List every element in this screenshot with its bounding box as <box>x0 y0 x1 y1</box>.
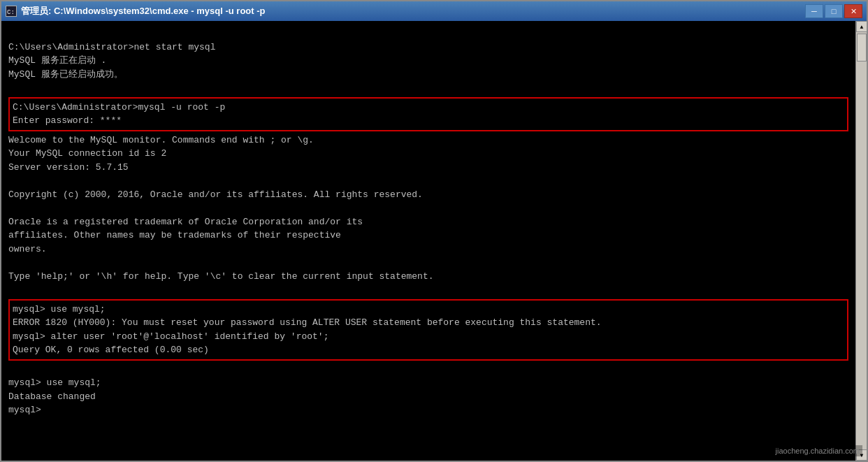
terminal-line: MySQL 服务已经启动成功。 <box>8 68 848 82</box>
terminal-line: mysql> use mysql; <box>13 303 844 317</box>
title-bar: C: 管理员: C:\Windows\system32\cmd.exe - my… <box>1 1 867 21</box>
terminal-empty-line <box>8 201 848 215</box>
cmd-window: C: 管理员: C:\Windows\system32\cmd.exe - my… <box>0 0 868 462</box>
svg-text:C:: C: <box>7 9 15 16</box>
terminal-line: Oracle is a registered trademark of Orac… <box>8 215 848 229</box>
terminal-line: affiliates. Other names may be trademark… <box>8 229 848 243</box>
scroll-up-arrow[interactable]: ▲ <box>856 21 867 32</box>
terminal-empty-line <box>8 174 848 188</box>
scroll-track[interactable] <box>856 32 867 449</box>
error-block: mysql> use mysql;ERROR 1820 (HY000): You… <box>8 299 848 361</box>
minimize-button[interactable]: ─ <box>805 4 823 18</box>
window-controls: ─ □ ✕ <box>805 4 862 18</box>
terminal-empty-line <box>8 81 848 95</box>
watermark: jiaocheng.chazidian.com <box>773 445 862 456</box>
terminal-line: C:\Users\Administrator>net start mysql <box>8 41 848 55</box>
terminal-content[interactable]: C:\Users\Administrator>net start mysqlMy… <box>1 21 855 461</box>
cmd-icon: C: <box>6 6 17 17</box>
terminal-empty-line <box>8 27 848 41</box>
terminal-line: owners. <box>8 243 848 257</box>
terminal-line: Welcome to the MySQL monitor. Commands e… <box>8 133 848 147</box>
terminal-line: mysql> <box>8 403 848 417</box>
terminal-line: Query OK, 0 rows affected (0.00 sec) <box>13 343 844 357</box>
terminal-empty-line <box>8 283 848 297</box>
terminal-line: mysql> use mysql; <box>8 376 848 390</box>
terminal-line: C:\Users\Administrator>mysql -u root -p <box>13 101 844 115</box>
terminal-line: mysql> alter user 'root'@'localhost' ide… <box>13 330 844 344</box>
terminal-line: Your MySQL connection id is 2 <box>8 147 848 161</box>
terminal-line: MySQL 服务正在启动 . <box>8 54 848 68</box>
maximize-button[interactable]: □ <box>825 4 843 18</box>
window-body: C:\Users\Administrator>net start mysqlMy… <box>1 21 867 461</box>
title-bar-left: C: 管理员: C:\Windows\system32\cmd.exe - my… <box>6 5 266 17</box>
terminal-line: Enter password: **** <box>13 114 844 128</box>
highlighted-block: C:\Users\Administrator>mysql -u root -pE… <box>8 97 848 131</box>
scroll-thumb[interactable] <box>857 34 867 62</box>
terminal-empty-line <box>8 256 848 270</box>
close-button[interactable]: ✕ <box>844 4 862 18</box>
terminal-line: Type 'help;' or '\h' for help. Type '\c'… <box>8 270 848 284</box>
terminal-line: Database changed <box>8 390 848 404</box>
terminal-line: Copyright (c) 2000, 2016, Oracle and/or … <box>8 188 848 202</box>
terminal-empty-line <box>8 363 848 377</box>
window-title: 管理员: C:\Windows\system32\cmd.exe - mysql… <box>21 5 266 17</box>
terminal-line: ERROR 1820 (HY000): You must reset your … <box>13 316 844 330</box>
terminal-line: Server version: 5.7.15 <box>8 161 848 175</box>
scrollbar[interactable]: ▲ ▼ <box>855 21 867 461</box>
